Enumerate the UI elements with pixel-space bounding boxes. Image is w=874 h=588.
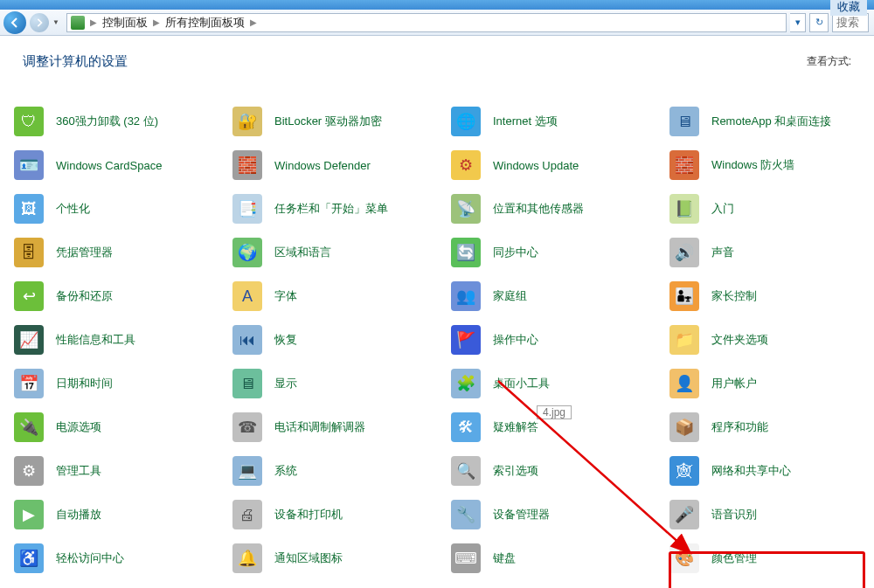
control-panel-item[interactable]: 🌐Internet 选项 bbox=[449, 100, 668, 143]
item-label: 性能信息和工具 bbox=[56, 332, 135, 348]
item-label: 自动播放 bbox=[56, 507, 101, 522]
item-label: 个性化 bbox=[56, 201, 90, 217]
control-panel-item[interactable]: ⚙Windows Update bbox=[449, 143, 668, 187]
breadcrumb-seg-1[interactable]: 控制面板 bbox=[102, 15, 148, 31]
autoplay-icon: ▶ bbox=[14, 500, 44, 529]
control-panel-item[interactable]: ⌨键盘 bbox=[449, 536, 668, 580]
windows-update-icon: ⚙ bbox=[451, 150, 481, 180]
control-panel-icon bbox=[71, 16, 85, 30]
control-panel-item[interactable]: 💻系统 bbox=[231, 449, 449, 493]
shield-uninstall-icon: 🛡 bbox=[14, 107, 44, 136]
control-panel-item[interactable]: 🔄同步中心 bbox=[449, 231, 668, 274]
network-sharing-icon: 🕸 bbox=[669, 456, 699, 486]
control-panel-item[interactable]: 📁文件夹选项 bbox=[668, 318, 874, 362]
notification-icons-icon: 🔔 bbox=[232, 543, 262, 573]
control-panel-item[interactable]: A字体 bbox=[231, 274, 449, 318]
control-panel-item[interactable]: 📦程序和功能 bbox=[668, 405, 874, 449]
control-panel-item[interactable]: ♿轻松访问中心 bbox=[12, 536, 231, 580]
control-panel-item[interactable]: 👨‍👧家长控制 bbox=[668, 274, 874, 318]
breadcrumb-separator-icon: ▶ bbox=[90, 17, 97, 27]
keyboard-icon: ⌨ bbox=[451, 543, 481, 573]
credential-manager-icon: 🗄 bbox=[14, 238, 44, 267]
control-panel-item[interactable]: 🕸网络和共享中心 bbox=[668, 449, 874, 493]
color-management-icon: 🎨 bbox=[669, 543, 699, 573]
personalization-icon: 🖼 bbox=[14, 194, 44, 224]
address-breadcrumb[interactable]: ▶ 控制面板 ▶ 所有控制面板项 ▶ bbox=[66, 13, 787, 32]
item-label: 凭据管理器 bbox=[56, 245, 113, 260]
control-panel-grid: 🛡360强力卸载 (32 位)🔐BitLocker 驱动器加密🌐Internet… bbox=[0, 73, 874, 588]
item-label: 区域和语言 bbox=[274, 245, 331, 260]
admin-tools-icon: ⚙ bbox=[14, 456, 44, 486]
device-manager-icon: 🔧 bbox=[451, 500, 481, 529]
breadcrumb-seg-2[interactable]: 所有控制面板项 bbox=[165, 15, 245, 31]
control-panel-item[interactable]: 🔍索引选项 bbox=[449, 449, 668, 493]
control-panel-item[interactable]: ⚙管理工具 bbox=[12, 449, 231, 493]
control-panel-item[interactable]: 🖼个性化 bbox=[12, 187, 231, 231]
control-panel-item[interactable]: 🎨颜色管理 bbox=[668, 536, 874, 580]
control-panel-item[interactable]: 🧱Windows Defender bbox=[231, 143, 449, 187]
control-panel-item[interactable]: 🖨设备和打印机 bbox=[231, 493, 449, 536]
back-button[interactable] bbox=[3, 11, 26, 34]
control-panel-item[interactable]: ▶自动播放 bbox=[12, 493, 231, 536]
speech-recognition-icon: 🎤 bbox=[669, 500, 699, 529]
control-panel-item[interactable]: 🖥显示 bbox=[231, 362, 449, 405]
item-label: 恢复 bbox=[274, 332, 297, 348]
control-panel-item[interactable]: 👥家庭组 bbox=[449, 274, 668, 318]
page-header: 调整计算机的设置 查看方式: bbox=[0, 36, 874, 73]
breadcrumb-separator-icon: ▶ bbox=[153, 17, 160, 27]
sync-center-icon: 🔄 bbox=[451, 238, 481, 267]
programs-features-icon: 📦 bbox=[669, 412, 699, 442]
location-sensors-icon: 📡 bbox=[451, 194, 481, 224]
control-panel-item[interactable]: 🔐BitLocker 驱动器加密 bbox=[231, 100, 449, 143]
action-center-icon: 🚩 bbox=[451, 325, 481, 355]
control-panel-item[interactable]: 🚩操作中心 bbox=[449, 318, 668, 362]
control-panel-item[interactable]: 🖥RemoteApp 和桌面连接 bbox=[668, 100, 874, 143]
item-label: 轻松访问中心 bbox=[56, 550, 124, 566]
view-mode-label[interactable]: 查看方式: bbox=[807, 54, 851, 69]
item-label: 日期和时间 bbox=[56, 376, 113, 391]
sound-icon: 🔊 bbox=[669, 238, 699, 267]
refresh-button[interactable]: ↻ bbox=[809, 13, 829, 32]
item-label: 疑难解答 bbox=[493, 419, 538, 435]
control-panel-item[interactable]: 📡位置和其他传感器 bbox=[449, 187, 668, 231]
control-panel-item[interactable]: ☎电话和调制解调器 bbox=[231, 405, 449, 449]
control-panel-item[interactable]: 🧩桌面小工具 bbox=[449, 362, 668, 405]
item-label: 家庭组 bbox=[493, 288, 527, 304]
bitlocker-icon: 🔐 bbox=[232, 107, 262, 136]
phone-modem-icon: ☎ bbox=[232, 412, 262, 442]
control-panel-item[interactable]: 🎤语音识别 bbox=[668, 493, 874, 536]
item-label: Windows Update bbox=[493, 159, 579, 172]
forward-button[interactable] bbox=[30, 13, 49, 32]
control-panel-item[interactable]: ⏮恢复 bbox=[231, 318, 449, 362]
item-label: 操作中心 bbox=[493, 332, 538, 348]
defender-icon: 🧱 bbox=[232, 150, 262, 180]
page-title: 调整计算机的设置 bbox=[23, 53, 128, 70]
control-panel-item[interactable]: 👤用户帐户 bbox=[668, 362, 874, 405]
favorites-label[interactable]: 收藏 bbox=[830, 0, 867, 16]
control-panel-item[interactable]: 🔔通知区域图标 bbox=[231, 536, 449, 580]
control-panel-item[interactable]: 🔊声音 bbox=[668, 231, 874, 274]
control-panel-item[interactable]: 📑任务栏和「开始」菜单 bbox=[231, 187, 449, 231]
control-panel-item[interactable]: 🛡360强力卸载 (32 位) bbox=[12, 100, 231, 143]
control-panel-item[interactable]: 📈性能信息和工具 bbox=[12, 318, 231, 362]
control-panel-item[interactable]: 🗄凭据管理器 bbox=[12, 231, 231, 274]
image-tooltip: 4.jpg bbox=[537, 405, 572, 419]
control-panel-item[interactable]: 🔧设备管理器 bbox=[449, 493, 668, 536]
control-panel-item[interactable]: 🪪Windows CardSpace bbox=[12, 143, 231, 187]
address-dropdown-button[interactable]: ▾ bbox=[790, 13, 806, 32]
control-panel-item[interactable]: 🧱Windows 防火墙 bbox=[668, 143, 874, 187]
control-panel-item[interactable]: ↩备份和还原 bbox=[12, 274, 231, 318]
devices-printers-icon: 🖨 bbox=[232, 500, 262, 529]
control-panel-item[interactable]: 🔌电源选项 bbox=[12, 405, 231, 449]
item-label: 电话和调制解调器 bbox=[274, 419, 365, 435]
item-label: 显示 bbox=[274, 376, 297, 391]
control-panel-item[interactable]: 📗入门 bbox=[668, 187, 874, 231]
remoteapp-icon: 🖥 bbox=[669, 107, 699, 136]
item-label: 索引选项 bbox=[493, 463, 538, 479]
control-panel-item[interactable]: 📅日期和时间 bbox=[12, 362, 231, 405]
item-label: 家长控制 bbox=[711, 288, 757, 304]
window-titlebar bbox=[0, 0, 874, 10]
control-panel-item[interactable]: 🌍区域和语言 bbox=[231, 231, 449, 274]
history-dropdown-icon[interactable]: ▼ bbox=[52, 18, 63, 26]
item-label: 用户帐户 bbox=[711, 376, 757, 391]
